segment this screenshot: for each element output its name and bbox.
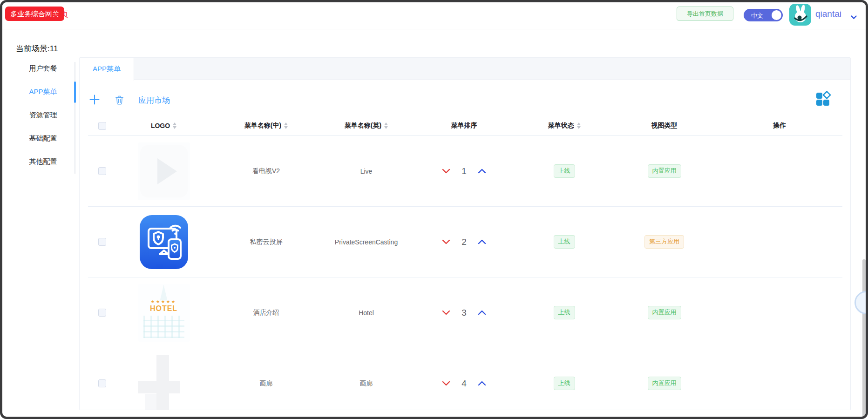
menu-name-en: Live	[360, 168, 373, 175]
row-checkbox[interactable]	[98, 309, 106, 317]
table-row: 看电视V2 Live 1 上线 内置应用	[88, 136, 842, 207]
status-badge: 上线	[554, 164, 575, 177]
side-drawer-handle[interactable]	[854, 291, 868, 314]
menu-name-cn: 酒店介绍	[253, 309, 279, 317]
table-header-row: LOGO 菜单名称(中) 菜单名称(英) 菜单排序 菜单状态 视图类型 操作	[88, 116, 842, 136]
menu-name-cn: 看电视V2	[252, 167, 280, 176]
row-checkbox[interactable]	[98, 167, 106, 175]
menu-name-cn: 画廊	[260, 379, 273, 388]
col-actions: 操作	[773, 122, 786, 130]
sidebar-menu: 用户套餐 APP菜单 资源管理 基础配置 其他配置	[16, 57, 70, 173]
hotel-logo: ★★★★★ HOTEL	[138, 284, 190, 342]
table-row: 私密云投屏 PrivateScreenCasting 2 上线 第三方应用	[88, 207, 842, 277]
sort-icon[interactable]	[173, 122, 176, 129]
move-up-icon[interactable]	[478, 310, 486, 315]
gallery-logo	[138, 355, 190, 411]
app-market-link[interactable]: 应用市场	[138, 95, 170, 106]
move-up-icon[interactable]	[478, 381, 486, 386]
export-home-data-button[interactable]: 导出首页数据	[677, 7, 733, 21]
username-label[interactable]: qiantai	[815, 9, 841, 19]
app-window: 多业务综合网关 首页 导出首页数据 中文 qiantai 当前场景:11 用户套…	[0, 0, 868, 419]
trash-icon[interactable]	[115, 95, 124, 105]
select-all-checkbox[interactable]	[98, 122, 106, 130]
tab-bar: APP菜单	[80, 58, 850, 80]
sidebar-active-indicator	[74, 81, 76, 103]
tab-app-menu[interactable]: APP菜单	[79, 57, 134, 81]
content-card: APP菜单 应用市场 LOGO 菜单名称(中) 菜单名称	[79, 57, 851, 410]
menu-name-en: 画廊	[360, 379, 373, 388]
col-name-en[interactable]: 菜单名称(英)	[345, 122, 381, 130]
row-checkbox[interactable]	[98, 379, 106, 387]
toggle-knob-icon	[772, 10, 781, 20]
col-status[interactable]: 菜单状态	[548, 122, 574, 130]
sort-icon[interactable]	[384, 122, 388, 129]
col-logo[interactable]: LOGO	[151, 122, 170, 129]
sort-icon[interactable]	[284, 122, 288, 129]
move-down-icon[interactable]	[442, 169, 450, 174]
sidebar-item-basic-config[interactable]: 基础配置	[16, 127, 70, 150]
menu-name-en: PrivateScreenCasting	[335, 238, 398, 246]
row-checkbox[interactable]	[98, 238, 106, 246]
sidebar-track	[75, 62, 75, 174]
status-badge: 上线	[554, 306, 575, 319]
hotel-word: HOTEL	[138, 304, 190, 313]
view-type-badge: 内置应用	[648, 377, 681, 390]
language-toggle-label: 中文	[751, 12, 763, 20]
sidebar-item-resource-management[interactable]: 资源管理	[16, 103, 70, 127]
table-row: 画廊 画廊 4 上线 内置应用	[88, 348, 842, 410]
rabbit-avatar-icon	[789, 4, 811, 26]
status-badge: 上线	[554, 377, 575, 390]
sidebar-item-other-config[interactable]: 其他配置	[16, 150, 70, 173]
col-order: 菜单排序	[451, 122, 477, 130]
move-down-icon[interactable]	[442, 381, 450, 386]
app-grid-icon[interactable]	[814, 90, 832, 108]
order-number: 3	[461, 308, 467, 318]
language-toggle[interactable]: 中文	[744, 9, 783, 21]
move-down-icon[interactable]	[442, 239, 450, 244]
table-row: ★★★★★ HOTEL 酒店介绍 Hotel 3 上线 内置应用	[88, 277, 842, 348]
move-up-icon[interactable]	[478, 239, 486, 244]
tv-play-logo	[138, 142, 190, 200]
move-down-icon[interactable]	[442, 310, 450, 315]
status-badge: 上线	[554, 235, 575, 248]
play-triangle-icon	[157, 158, 177, 184]
col-name-cn[interactable]: 菜单名称(中)	[244, 122, 281, 130]
user-menu-caret-icon[interactable]	[851, 15, 857, 20]
col-view-type: 视图类型	[651, 122, 678, 130]
menu-name-en: Hotel	[359, 309, 374, 317]
screen-casting-logo	[138, 213, 190, 271]
plus-icon[interactable]	[89, 94, 100, 105]
view-type-badge: 内置应用	[648, 306, 681, 319]
sidebar-item-user-package[interactable]: 用户套餐	[16, 57, 70, 80]
order-number: 1	[461, 166, 467, 176]
move-up-icon[interactable]	[478, 169, 486, 174]
home-link[interactable]: 首页	[53, 9, 68, 20]
order-number: 2	[461, 237, 467, 247]
app-menu-table: LOGO 菜单名称(中) 菜单名称(英) 菜单排序 菜单状态 视图类型 操作 看…	[88, 116, 842, 410]
scrollbar-track[interactable]	[862, 259, 866, 417]
menu-name-cn: 私密云投屏	[250, 238, 283, 246]
current-scene-label: 当前场景:11	[16, 43, 58, 54]
view-type-badge: 第三方应用	[644, 235, 684, 248]
sidebar-item-app-menu[interactable]: APP菜单	[16, 80, 70, 103]
sort-icon[interactable]	[577, 122, 581, 129]
user-avatar[interactable]	[789, 4, 811, 26]
hotel-stars: ★★★★★	[138, 299, 190, 304]
top-bar: 多业务综合网关 首页 导出首页数据 中文 qiantai	[2, 2, 866, 29]
view-type-badge: 内置应用	[648, 164, 681, 177]
order-number: 4	[461, 378, 467, 389]
